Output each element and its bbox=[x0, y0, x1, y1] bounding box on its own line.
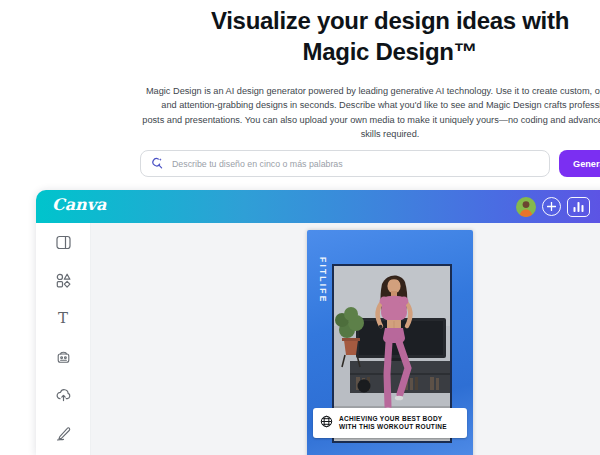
poster-headline-line2: WITH THIS WORKOUT ROUTINE bbox=[339, 423, 447, 431]
elements-shapes-icon bbox=[55, 272, 72, 289]
brand-kit-icon bbox=[55, 348, 72, 365]
canva-editor-window: Canva bbox=[36, 190, 600, 455]
poster-brand-text: FITLIFE bbox=[318, 257, 328, 304]
description-line: and attention-grabbing designs in second… bbox=[0, 98, 600, 112]
add-design-button[interactable] bbox=[542, 197, 561, 216]
sidebar-item-brand[interactable] bbox=[36, 337, 90, 375]
page-title-line1: Visualize your design ideas with bbox=[0, 5, 600, 36]
page-title: Visualize your design ideas with Magic D… bbox=[0, 5, 600, 67]
text-T-icon: T bbox=[58, 311, 68, 326]
description-line: skills required. bbox=[0, 127, 600, 141]
sidebar-item-design[interactable] bbox=[36, 223, 90, 261]
draw-pen-icon bbox=[55, 424, 72, 441]
page-description: Magic Design is an AI design generator p… bbox=[0, 84, 600, 141]
magic-search-icon bbox=[151, 155, 163, 173]
poster-headline: ACHIEVING YOUR BEST BODY WITH THIS WORKO… bbox=[339, 415, 447, 432]
globe-icon bbox=[320, 414, 333, 432]
poster-headline-banner: ACHIEVING YOUR BEST BODY WITH THIS WORKO… bbox=[313, 408, 467, 438]
editor-sidebar: T bbox=[36, 223, 91, 455]
insights-button[interactable] bbox=[567, 197, 590, 217]
page: Visualize your design ideas with Magic D… bbox=[0, 0, 600, 455]
page-title-line2: Magic Design™ bbox=[0, 36, 600, 67]
canva-logo[interactable]: Canva bbox=[52, 195, 106, 214]
design-panel-icon bbox=[55, 234, 72, 251]
sidebar-item-uploads[interactable] bbox=[36, 375, 90, 413]
prompt-input-container bbox=[140, 150, 550, 177]
topbar-actions bbox=[516, 190, 590, 223]
design-prompt-input[interactable] bbox=[170, 158, 539, 170]
upload-cloud-icon bbox=[55, 386, 72, 403]
sidebar-item-elements[interactable] bbox=[36, 261, 90, 299]
description-line: posts and presentations. You can also up… bbox=[0, 113, 600, 127]
editor-canvas-area: FITLIFE bbox=[91, 223, 600, 455]
description-line: Magic Design is an AI design generator p… bbox=[0, 84, 600, 98]
poster-headline-line1: ACHIEVING YOUR BEST BODY bbox=[339, 415, 447, 423]
generate-design-button[interactable]: Generar un diseño bbox=[559, 150, 600, 177]
editor-header-bar: Canva bbox=[36, 190, 600, 223]
sidebar-item-draw[interactable] bbox=[36, 413, 90, 451]
design-poster[interactable]: FITLIFE bbox=[307, 230, 473, 455]
user-avatar[interactable] bbox=[516, 197, 536, 217]
sidebar-item-text[interactable]: T bbox=[36, 299, 90, 337]
bar-chart-icon bbox=[572, 201, 585, 213]
